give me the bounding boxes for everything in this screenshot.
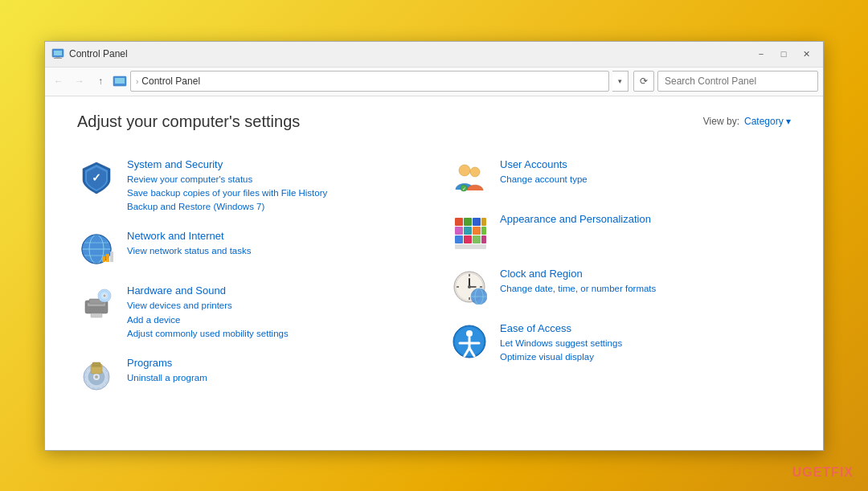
view-by-label: View by:: [703, 116, 739, 127]
svg-rect-46: [473, 235, 481, 243]
user-accounts-name[interactable]: User Accounts: [500, 158, 791, 170]
category-user-accounts: ✓ User Accounts Change account type: [450, 150, 791, 205]
address-path[interactable]: › Control Panel: [130, 71, 609, 92]
categories-grid: ✓ System and Security Review your comput…: [77, 150, 791, 404]
category-appearance: Appearance and Personalization: [450, 205, 791, 260]
svg-rect-44: [455, 235, 463, 243]
ease-access-link-2[interactable]: Optimize visual display: [500, 350, 791, 364]
user-accounts-text: User Accounts Change account type: [500, 158, 791, 186]
address-bar: ← → ↑ › Control Panel ▾ ⟳: [45, 68, 823, 96]
svg-rect-48: [455, 244, 486, 249]
hardware-sound-link-3[interactable]: Adjust commonly used mobility settings: [127, 327, 418, 341]
ease-access-link-1[interactable]: Let Windows suggest settings: [500, 337, 791, 350]
user-accounts-link-1[interactable]: Change account type: [500, 173, 791, 186]
hardware-sound-link-2[interactable]: Add a device: [127, 313, 418, 327]
category-programs: Programs Uninstall a program: [77, 349, 418, 403]
svg-rect-40: [455, 227, 463, 235]
minimize-button[interactable]: −: [751, 46, 772, 62]
programs-name[interactable]: Programs: [127, 357, 418, 369]
system-security-text: System and Security Review your computer…: [127, 158, 418, 215]
view-by-dropdown[interactable]: Category ▾: [744, 116, 791, 127]
title-bar-icon: [51, 47, 64, 60]
up-button[interactable]: ↑: [92, 72, 109, 90]
programs-icon: [77, 357, 116, 395]
svg-point-63: [466, 330, 473, 337]
content-area: Adjust your computer's settings View by:…: [45, 96, 823, 450]
category-clock-region: Clock and Region Change date, time, or n…: [450, 260, 791, 314]
close-button[interactable]: ✕: [796, 46, 817, 62]
categories-right-column: ✓ User Accounts Change account type: [450, 150, 791, 404]
view-by-control: View by: Category ▾: [703, 116, 791, 127]
clock-region-icon: [450, 268, 489, 306]
watermark: UGETFIX: [792, 465, 854, 480]
watermark-prefix: UGET: [792, 465, 831, 479]
svg-point-27: [95, 375, 98, 378]
page-title: Adjust your computer's settings: [77, 113, 300, 131]
category-network-internet: Network and Internet View network status…: [77, 222, 418, 276]
page-header: Adjust your computer's settings View by:…: [77, 113, 791, 131]
svg-rect-47: [481, 235, 486, 243]
svg-rect-13: [102, 256, 105, 262]
svg-rect-36: [455, 218, 463, 226]
clock-region-link-1[interactable]: Change date, time, or number formats: [500, 282, 791, 296]
svg-rect-37: [464, 218, 472, 226]
watermark-suffix: FIX: [831, 465, 854, 479]
svg-text:✓: ✓: [462, 186, 466, 190]
path-dropdown-button[interactable]: ▾: [612, 71, 628, 92]
svg-point-22: [104, 295, 106, 297]
network-internet-text: Network and Internet View network status…: [127, 230, 418, 258]
system-security-name[interactable]: System and Security: [127, 158, 418, 170]
network-internet-link-1[interactable]: View network status and tasks: [127, 244, 418, 258]
svg-rect-30: [92, 362, 100, 366]
hardware-sound-name[interactable]: Hardware and Sound: [127, 284, 418, 297]
path-text: Control Panel: [141, 76, 200, 87]
svg-rect-5: [115, 78, 125, 84]
ease-access-text: Ease of Access Let Windows suggest setti…: [500, 322, 791, 365]
ease-access-icon: [450, 322, 489, 361]
title-bar: Control Panel − □ ✕: [45, 42, 823, 68]
system-security-link-3[interactable]: Backup and Restore (Windows 7): [127, 200, 418, 214]
refresh-button[interactable]: ⟳: [633, 71, 654, 92]
appearance-text: Appearance and Personalization: [500, 213, 791, 227]
search-input[interactable]: [657, 71, 818, 92]
hardware-sound-link-1[interactable]: View devices and printers: [127, 299, 418, 313]
clock-region-text: Clock and Region Change date, time, or n…: [500, 268, 791, 296]
svg-rect-42: [473, 227, 481, 235]
appearance-icon: [450, 213, 489, 252]
svg-rect-31: [92, 366, 101, 367]
svg-rect-19: [91, 313, 102, 317]
address-icon: [113, 74, 127, 88]
svg-rect-41: [464, 227, 472, 235]
control-panel-window: Control Panel − □ ✕ ← → ↑ › Control Pane…: [44, 41, 824, 451]
user-accounts-icon: ✓: [450, 158, 489, 197]
svg-point-57: [468, 285, 471, 288]
svg-rect-43: [481, 227, 486, 235]
title-bar-controls: − □ ✕: [751, 46, 817, 62]
network-internet-icon: [77, 230, 116, 268]
title-bar-text: Control Panel: [69, 48, 751, 59]
appearance-name[interactable]: Appearance and Personalization: [500, 213, 791, 225]
ease-access-name[interactable]: Ease of Access: [500, 322, 791, 334]
svg-point-32: [459, 165, 470, 176]
programs-text: Programs Uninstall a program: [127, 357, 418, 385]
svg-text:✓: ✓: [92, 171, 101, 184]
hardware-sound-icon: [77, 284, 116, 323]
path-separator: ›: [136, 77, 138, 86]
programs-link-1[interactable]: Uninstall a program: [127, 371, 418, 385]
svg-rect-1: [54, 51, 62, 55]
maximize-button[interactable]: □: [773, 46, 794, 62]
svg-rect-39: [481, 218, 486, 226]
categories-left-column: ✓ System and Security Review your comput…: [77, 150, 418, 404]
forward-button[interactable]: →: [71, 72, 88, 90]
svg-rect-14: [106, 254, 109, 262]
network-internet-name[interactable]: Network and Internet: [127, 230, 418, 242]
svg-rect-3: [54, 58, 62, 59]
svg-rect-38: [473, 218, 481, 226]
system-security-link-1[interactable]: Review your computer's status: [127, 173, 418, 186]
clock-region-name[interactable]: Clock and Region: [500, 268, 791, 280]
category-ease-access: Ease of Access Let Windows suggest setti…: [450, 314, 791, 373]
system-security-link-2[interactable]: Save backup copies of your files with Fi…: [127, 186, 418, 200]
hardware-sound-text: Hardware and Sound View devices and prin…: [127, 284, 418, 341]
svg-rect-45: [464, 235, 472, 243]
back-button[interactable]: ←: [50, 72, 68, 90]
